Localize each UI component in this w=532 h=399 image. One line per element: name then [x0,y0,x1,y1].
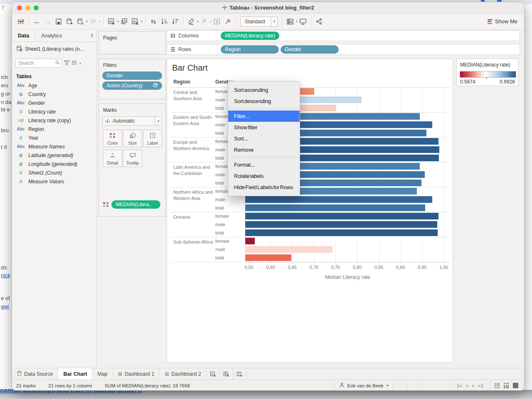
new-worksheet-icon[interactable] [106,16,117,27]
menu-item-sort-descending[interactable]: Sort descending [228,96,300,107]
share-icon[interactable] [314,16,325,27]
gender-label[interactable]: male [215,247,225,252]
sheet-tab-map[interactable]: Map [92,368,113,379]
attach-icon[interactable] [199,16,209,27]
save-icon[interactable] [53,16,64,27]
region-label[interactable]: Oceania [173,214,213,220]
gender-label[interactable]: male [215,222,225,227]
tab-analytics[interactable]: Analytics [35,30,68,42]
text-label-icon[interactable]: T [212,16,222,27]
undo-icon[interactable]: ← [32,16,42,27]
gender-label[interactable]: total [215,155,224,160]
legend-gradient[interactable] [460,71,516,78]
sheet-nav-controls[interactable]: ▐◀ ◀ ▶ ▶▌ [450,380,490,391]
gender-label[interactable]: female [215,89,229,94]
bar-mark[interactable] [245,238,255,244]
user-menu[interactable]: Erik van de Beek ▾ [335,380,393,391]
columns-pill[interactable]: MEDIAN(Literacy rate) [221,32,279,40]
gender-label[interactable]: male [215,197,225,202]
row-field-header[interactable]: Region [173,79,190,85]
field-item[interactable]: AbcRegion [12,125,96,133]
filter-fields-icon[interactable] [64,60,69,66]
clear-sheet-caret[interactable]: ▾ [141,20,143,23]
pages-card[interactable]: Pages [99,31,166,54]
datasource-connection[interactable]: Sheet1 (Literacy rates (n... [12,42,96,55]
last-sheet-icon[interactable]: ▶▌ [479,384,484,388]
new-dashboard-tab-button[interactable] [220,368,233,379]
bar-mark[interactable] [245,229,438,236]
bar-mark[interactable] [245,254,291,261]
field-item[interactable]: #Year [12,133,96,142]
bar-mark[interactable] [245,204,425,211]
highlight-icon[interactable] [186,16,197,27]
menu-item-remove[interactable]: Remove [228,144,300,155]
filters-card[interactable]: Filters GenderAction (Country) [99,59,166,99]
sheet-tab-data-source[interactable]: Data Source [12,368,58,379]
sort-descending-icon[interactable] [170,16,180,27]
menu-item-sort[interactable]: Sort... [228,133,300,144]
view-mode-select[interactable]: Standard ▾ [240,17,278,27]
gender-label[interactable]: male [215,147,225,152]
refresh-icon[interactable]: ⟳ [88,16,99,27]
sheet-sorter-icon[interactable] [495,383,500,388]
region-label[interactable]: Europe and Northern America [173,139,213,152]
sheet-tab-dashboard-1[interactable]: ⊞Dashboard 1 [113,368,160,379]
menu-item-rotate-labels[interactable]: Rotate labels [228,170,300,182]
field-item[interactable]: ⊕Latitude (generated) [12,151,96,160]
first-sheet-icon[interactable]: ▐◀ [456,384,462,388]
clear-sheet-icon[interactable] [130,16,140,27]
background-link-fragment[interactable]: gwi [1,303,9,310]
view-mode-caret[interactable]: ▾ [271,17,277,26]
marks-median-pill[interactable]: MEDIAN(Litera.. [111,200,160,209]
gender-label[interactable]: total [215,180,224,185]
x-axis-title[interactable]: Median Literacy rate [245,274,450,280]
gender-label[interactable]: female [215,139,229,144]
rows-pill[interactable]: Region [221,45,279,54]
bar-mark[interactable] [245,196,432,203]
field-item[interactable]: #Literacy rate [12,107,96,116]
tab-data[interactable]: Data [12,30,35,42]
gender-label[interactable]: male [215,97,225,102]
gender-label[interactable]: male [215,172,225,177]
refresh-caret[interactable]: ▾ [99,20,101,23]
marks-card[interactable]: Marks Automatic ▾ Color [99,103,166,217]
filter-pill[interactable]: Action (Country) [102,81,162,90]
bar-mark[interactable] [245,246,332,253]
new-story-tab-button[interactable] [233,368,246,379]
bar-mark[interactable] [245,213,438,219]
menu-item-sort-ascending[interactable]: Sort ascending [228,84,300,96]
rows-pill[interactable]: Gender [281,45,339,54]
show-cards-icon[interactable] [285,16,296,27]
field-item[interactable]: AbcGender [12,99,96,107]
label-button[interactable]: T Label [143,130,162,147]
sheet-title[interactable]: Bar Chart [172,63,208,73]
bar-mark[interactable] [245,221,437,228]
gender-label[interactable]: total [215,131,224,135]
sort-ascending-icon[interactable] [159,16,170,27]
region-label[interactable]: Northern Africa and Western Asia [173,189,213,202]
gender-label[interactable]: female [215,214,229,219]
mark-type-caret[interactable]: ▾ [155,117,159,125]
region-label[interactable]: Eastern and South-Eastern Asia [173,114,213,127]
pause-updates-icon[interactable] [75,16,86,27]
menu-item-show-filter[interactable]: Show filter [228,122,300,133]
menu-item-hide-field-labels-for-rows[interactable]: Hide Field Labels for Rows [228,182,300,193]
view-list-caret[interactable]: ▾ [79,62,81,65]
gender-label[interactable]: female [215,164,229,169]
region-label[interactable]: Sub-Saharan Africa [173,239,213,245]
region-label[interactable]: Latin America and the Caribbean [173,164,213,177]
previous-sheet-icon[interactable]: ◀ [466,384,468,388]
field-item[interactable]: #Sheet1 (Count) [12,168,96,177]
field-item[interactable]: =#Literacy rate (copy) [12,116,96,125]
gender-label[interactable]: total [215,205,224,210]
gender-label[interactable]: total [215,106,224,111]
redo-icon[interactable]: → [42,16,53,27]
title-bar[interactable]: Tableau - Screenshot blog_filter2 [12,2,524,14]
color-legend[interactable]: MEDIAN(Literacy rate) 0.5674 0.9926 [456,59,519,86]
menu-item-format[interactable]: Format... [228,159,300,170]
field-item[interactable]: AbcMeasure Names [12,142,96,151]
sheet-tab-bar-chart[interactable]: Bar Chart [58,368,92,379]
show-me-button[interactable]: Show Me [488,18,517,25]
detail-button[interactable]: Detail [103,150,122,167]
view-list-icon[interactable] [71,60,77,66]
